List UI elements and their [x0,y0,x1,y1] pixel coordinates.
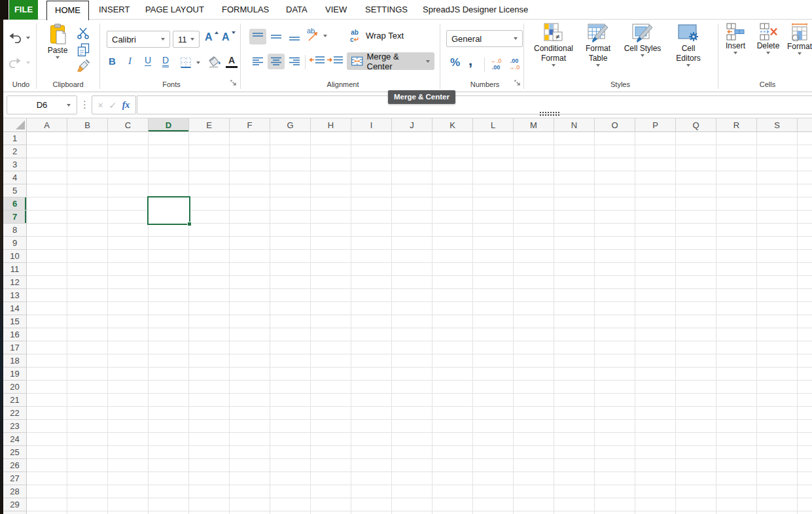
conditional-format-caret[interactable] [552,64,556,67]
row-header-1[interactable]: 1 [3,132,27,145]
format-painter-button[interactable] [77,59,90,75]
borders-button[interactable] [180,57,192,71]
paste-button[interactable]: Paste [41,24,74,59]
confirm-icon[interactable]: ✓ [109,100,116,111]
fonts-dialog-launcher-icon[interactable] [230,80,237,86]
insert-cells-button[interactable]: Insert [722,23,749,54]
merge-center-button[interactable]: Merge & Center [347,52,434,70]
tab-page-layout[interactable]: PAGE LAYOUT [145,0,204,20]
row-header-15[interactable]: 15 [3,315,27,328]
row-header-25[interactable]: 25 [3,446,27,459]
row-header-5[interactable]: 5 [3,184,27,197]
column-header-C[interactable]: C [108,118,149,132]
column-header-D[interactable]: D [149,118,189,132]
row-header-22[interactable]: 22 [3,407,27,420]
bold-button[interactable]: B [109,56,116,67]
cancel-icon[interactable]: × [98,100,103,111]
number-format-combo[interactable]: General [446,30,523,47]
row-header-24[interactable]: 24 [3,433,27,446]
row-header-6[interactable]: 6 [3,197,27,211]
increase-decimal-button[interactable]: .00 →.0 [505,58,523,73]
fx-icon[interactable]: fx [122,100,130,111]
format-table-caret[interactable] [596,64,600,67]
cell-editors-button[interactable]: Cell Editors [669,23,708,67]
column-header-P[interactable]: P [635,118,676,132]
row-header-17[interactable]: 17 [3,341,27,354]
row-header-19[interactable]: 19 [3,368,27,381]
cut-button[interactable] [77,27,90,42]
row-header-9[interactable]: 9 [3,237,27,250]
conditional-format-button[interactable]: ≠ Conditional Format [533,23,574,67]
align-right-button[interactable] [286,54,303,69]
column-header-G[interactable]: G [270,118,311,132]
orientation-caret[interactable] [323,35,327,37]
decrease-decimal-button[interactable]: ←.0 .00 [487,58,505,73]
shrink-font-button[interactable]: A [221,30,236,47]
menu-license[interactable]: SpreadJS Designer License [423,0,528,20]
row-header-23[interactable]: 23 [3,420,27,433]
tab-data[interactable]: DATA [286,0,308,20]
cell-styles-button[interactable]: Cell Styles [622,23,663,57]
column-header-F[interactable]: F [230,118,270,132]
orientation-button[interactable]: ab [306,28,321,44]
row-header-30[interactable]: 30 [3,511,27,514]
row-header-28[interactable]: 28 [3,485,27,498]
delete-caret[interactable] [766,52,770,54]
tab-file[interactable]: FILE [9,0,38,20]
insert-caret[interactable] [733,52,737,54]
grow-font-button[interactable]: A [203,30,219,47]
column-header-B[interactable]: B [67,118,108,132]
tab-insert[interactable]: INSERT [99,0,130,20]
tab-formulas[interactable]: FORMULAS [222,0,269,20]
row-header-3[interactable]: 3 [3,158,27,171]
row-header-16[interactable]: 16 [3,328,27,341]
column-header-O[interactable]: O [595,118,635,132]
undo-dropdown-caret[interactable] [26,37,30,39]
column-header-R[interactable]: R [716,118,757,132]
redo-dropdown-caret[interactable] [26,61,30,64]
underline-button[interactable]: U [145,56,151,66]
percent-style-button[interactable]: % [450,56,460,69]
column-header-S[interactable]: S [757,118,798,132]
wrap-text-button[interactable]: ab c↵ Wrap Text [349,28,404,43]
cells-area[interactable] [27,132,812,514]
name-box[interactable]: D6 [7,95,77,114]
row-header-7[interactable]: 7 [3,211,27,224]
row-header-27[interactable]: 27 [3,472,27,485]
borders-caret[interactable] [196,61,200,64]
format-table-button[interactable]: Format Table [578,23,618,67]
paste-dropdown-caret[interactable] [56,56,60,59]
tab-settings[interactable]: SETTINGS [365,0,408,20]
align-top-button[interactable] [249,29,266,44]
row-header-26[interactable]: 26 [3,459,27,472]
formula-input[interactable] [137,95,812,114]
cell-styles-caret[interactable] [641,54,644,57]
align-middle-button[interactable] [268,29,285,44]
format-caret[interactable] [798,52,802,55]
formula-bar-grip-icon[interactable]: ⋮ [80,95,90,114]
active-cell-selection[interactable] [147,196,190,225]
row-header-11[interactable]: 11 [3,263,27,276]
tab-home-active[interactable]: HOME [46,1,89,20]
fill-handle[interactable] [187,222,192,226]
column-header-Q[interactable]: Q [676,118,716,132]
row-header-10[interactable]: 10 [3,250,27,263]
row-header-14[interactable]: 14 [3,302,27,315]
decrease-indent-button[interactable] [309,56,325,69]
font-size-caret[interactable] [190,38,194,41]
column-header-I[interactable]: I [351,118,392,132]
column-header-H[interactable]: H [311,118,351,132]
column-header-K[interactable]: K [432,118,473,132]
comma-style-button[interactable]: , [468,52,472,69]
select-all-corner[interactable] [3,118,27,132]
font-name-caret[interactable] [161,38,165,41]
double-underline-button[interactable]: D [162,56,169,67]
row-header-8[interactable]: 8 [3,224,27,237]
italic-button[interactable]: I [128,56,132,67]
redo-button[interactable] [8,58,30,68]
column-header-A[interactable]: A [27,118,67,132]
font-name-combo[interactable]: Calibri [107,31,170,48]
row-header-12[interactable]: 12 [3,276,27,289]
row-header-29[interactable]: 29 [3,498,27,511]
name-box-caret[interactable] [67,104,71,107]
